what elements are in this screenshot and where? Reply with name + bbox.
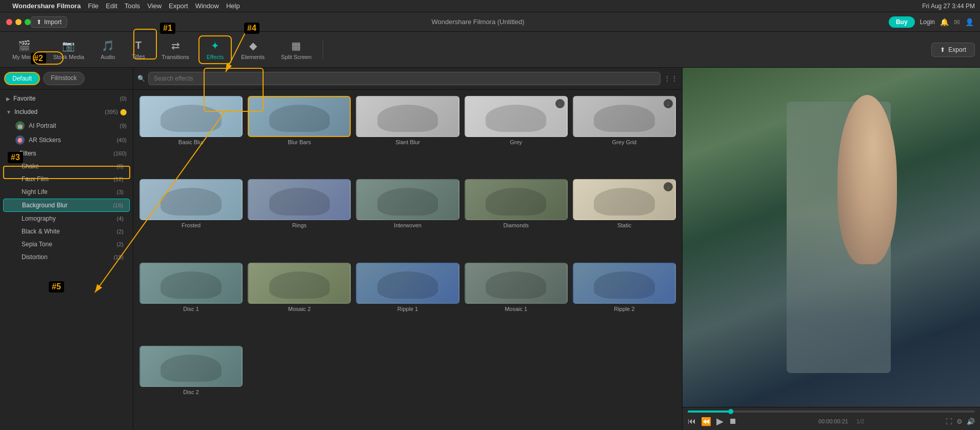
sidebar-section-filters[interactable]: ▼ Filters (160) bbox=[0, 147, 133, 160]
progress-thumb[interactable] bbox=[728, 409, 733, 414]
toolbar-my-media[interactable]: 🎬 My Media bbox=[5, 36, 44, 63]
settings-icon[interactable]: ⚙ bbox=[956, 418, 963, 425]
play-button[interactable]: ▶ bbox=[716, 416, 724, 427]
minimize-button[interactable] bbox=[15, 19, 22, 25]
download-badge[interactable]: ↓ bbox=[555, 99, 565, 108]
sidebar-item-shake[interactable]: Shake (8) bbox=[3, 160, 130, 172]
menu-tools[interactable]: Tools bbox=[125, 2, 140, 10]
toolbar-titles[interactable]: T Titles bbox=[124, 36, 152, 63]
login-button[interactable]: Login bbox=[920, 18, 935, 26]
tab-filmstock[interactable]: Filmstock bbox=[43, 72, 85, 85]
toolbar-elements[interactable]: ◆ Elements bbox=[234, 36, 272, 63]
effect-label: Mosaic 2 bbox=[288, 306, 311, 312]
menu-edit[interactable]: Edit bbox=[106, 2, 117, 10]
menu-help[interactable]: Help bbox=[226, 2, 240, 10]
volume-icon[interactable]: 🔊 bbox=[967, 418, 975, 425]
toolbar-stock-media[interactable]: 📷 Stock Media bbox=[46, 36, 92, 63]
main-area: Default Filmstock ▶ Favorite (0) ▼ Inclu… bbox=[0, 68, 980, 430]
effect-item-grey-grid[interactable]: ↓Grey Grid bbox=[573, 96, 676, 174]
toolbar: 🎬 My Media 📷 Stock Media 🎵 Audio T Title… bbox=[0, 32, 980, 68]
sidebar-section-included[interactable]: ▼ Included (395) ⬤ bbox=[0, 105, 133, 119]
stock-media-icon: 📷 bbox=[62, 40, 75, 52]
effect-label: Grey Grid bbox=[612, 139, 637, 145]
effect-item-grey[interactable]: ↓Grey bbox=[465, 96, 568, 174]
export-icon: ⬆ bbox=[940, 46, 945, 53]
search-input[interactable] bbox=[148, 72, 661, 85]
sidebar-item-background-blur[interactable]: Background Blur (16) bbox=[3, 199, 130, 212]
ai-portrait-icon: 🤖 bbox=[15, 121, 25, 130]
effect-item-blur-bars[interactable]: Blur Bars bbox=[248, 96, 351, 174]
titles-icon: T bbox=[135, 40, 142, 51]
app-name: Wondershare Filmora bbox=[12, 2, 81, 10]
sidebar-item-lomography[interactable]: Lomography (4) bbox=[3, 212, 130, 225]
toolbar-audio[interactable]: 🎵 Audio bbox=[93, 36, 122, 63]
effect-item-frosted[interactable]: Frosted bbox=[139, 179, 243, 257]
effect-item-mosaic-1[interactable]: Mosaic 1 bbox=[465, 263, 568, 341]
effect-label: Mosaic 1 bbox=[505, 306, 527, 312]
sidebar-section-favorite[interactable]: ▶ Favorite (0) bbox=[0, 92, 133, 105]
export-button[interactable]: ⬆ Export bbox=[931, 43, 975, 57]
sidebar: Default Filmstock ▶ Favorite (0) ▼ Inclu… bbox=[0, 68, 133, 430]
effect-item-diamonds[interactable]: Diamonds bbox=[465, 179, 568, 257]
menu-window[interactable]: Window bbox=[195, 2, 219, 10]
buy-button[interactable]: Buy bbox=[889, 16, 915, 28]
effects-panel: 🔍 ⋮⋮ Basic BlurBlur BarsSlant Blur↓Grey↓… bbox=[133, 68, 683, 430]
mail-icon[interactable]: ✉ bbox=[954, 18, 960, 26]
sidebar-subsection-ai-portrait[interactable]: 🤖 AI Portrait (9) bbox=[0, 119, 133, 133]
step-back-button[interactable]: ⏪ bbox=[701, 417, 711, 426]
effect-label: Static bbox=[617, 222, 632, 228]
effect-label: Slant Blur bbox=[395, 139, 420, 145]
stop-button[interactable]: ⏹ bbox=[729, 417, 737, 426]
menu-export[interactable]: Export bbox=[169, 2, 188, 10]
sidebar-subsection-ar-stickers[interactable]: 🎯 AR Stickers (40) bbox=[0, 133, 133, 147]
effect-item-static[interactable]: ↓Static bbox=[573, 179, 676, 257]
split-screen-icon: ▦ bbox=[291, 40, 301, 52]
sidebar-item-faux-film[interactable]: Faux Film (12) bbox=[3, 173, 130, 185]
sidebar-item-distortion[interactable]: Distortion (19) bbox=[3, 251, 130, 263]
tab-default[interactable]: Default bbox=[4, 72, 40, 85]
preview-time: 00:00:00:21 bbox=[818, 418, 848, 424]
import-icon: ⬆ bbox=[36, 18, 42, 26]
effect-item-slant-blur[interactable]: Slant Blur bbox=[356, 96, 459, 174]
effect-item-basic-blur[interactable]: Basic Blur bbox=[139, 96, 243, 174]
effect-item-rings[interactable]: Rings bbox=[248, 179, 351, 257]
preview-fraction: 1/2 bbox=[856, 418, 864, 424]
sidebar-list: ▶ Favorite (0) ▼ Included (395) ⬤ 🤖 AI P… bbox=[0, 90, 133, 430]
preview-progress-bar[interactable] bbox=[688, 411, 975, 413]
menu-view[interactable]: View bbox=[147, 2, 162, 10]
effect-label: Rings bbox=[292, 222, 307, 228]
effect-label: Ripple 1 bbox=[397, 306, 418, 312]
toolbar-effects[interactable]: ✦ Effects bbox=[198, 35, 232, 64]
effect-label: Blur Bars bbox=[288, 139, 311, 145]
titlebar-right: Buy Login 🔔 ✉ 👤 bbox=[889, 16, 974, 28]
menu-file[interactable]: File bbox=[88, 2, 98, 10]
effect-item-disc-1[interactable]: Disc 1 bbox=[139, 263, 243, 341]
download-badge[interactable]: ↓ bbox=[664, 99, 673, 108]
import-button[interactable]: ⬆ Import bbox=[31, 16, 67, 28]
close-button[interactable] bbox=[6, 19, 12, 25]
sidebar-item-night-life[interactable]: Night Life (3) bbox=[3, 186, 130, 198]
effect-item-ripple-1[interactable]: Ripple 1 bbox=[356, 263, 459, 341]
effects-search-bar: 🔍 ⋮⋮ bbox=[133, 68, 682, 90]
download-badge[interactable]: ↓ bbox=[664, 182, 673, 191]
progress-fill bbox=[688, 411, 731, 413]
effect-item-ripple-2[interactable]: Ripple 2 bbox=[573, 263, 676, 341]
maximize-button[interactable] bbox=[25, 19, 31, 25]
grid-options-button[interactable]: ⋮⋮ bbox=[664, 74, 678, 83]
sidebar-item-black-white[interactable]: Black & White (2) bbox=[3, 225, 130, 238]
toolbar-split-screen[interactable]: ▦ Split Screen bbox=[274, 36, 318, 63]
sidebar-item-sepia-tone[interactable]: Sepia Tone (2) bbox=[3, 238, 130, 250]
effects-grid: Basic BlurBlur BarsSlant Blur↓Grey↓Grey … bbox=[133, 90, 682, 430]
preview-video bbox=[683, 68, 980, 407]
effect-item-interwoven[interactable]: Interwoven bbox=[356, 179, 459, 257]
toolbar-transitions[interactable]: ⇄ Transitions bbox=[154, 36, 196, 63]
menubar-left: Wondershare Filmora File Edit Tools View… bbox=[5, 2, 240, 10]
notification-icon[interactable]: 🔔 bbox=[940, 18, 949, 26]
system-time: Fri Aug 27 3:44 PM bbox=[922, 3, 975, 10]
profile-icon[interactable]: 👤 bbox=[965, 18, 974, 26]
menubar: Wondershare Filmora File Edit Tools View… bbox=[0, 0, 980, 12]
effect-item-mosaic-2[interactable]: Mosaic 2 bbox=[248, 263, 351, 341]
fullscreen-icon[interactable]: ⛶ bbox=[946, 418, 952, 425]
skip-back-button[interactable]: ⏮ bbox=[688, 417, 696, 426]
effect-item-disc-2[interactable]: Disc 2 bbox=[139, 346, 243, 424]
